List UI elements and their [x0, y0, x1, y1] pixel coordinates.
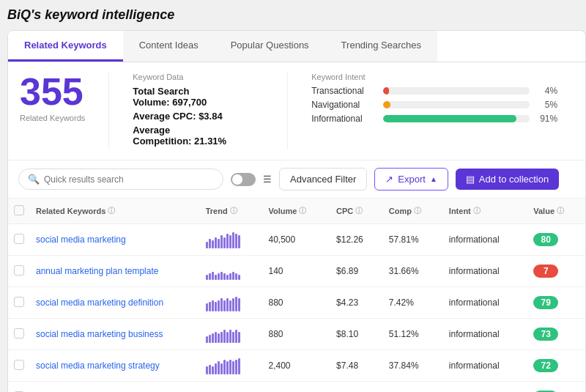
- table-row: social media marketing business880$8.105…: [8, 319, 585, 350]
- trend-cell: [200, 382, 263, 393]
- value-cell: 73: [527, 319, 585, 350]
- col-header-value: Value: [533, 207, 555, 215]
- volume-cell: 140: [263, 256, 331, 287]
- keywords-table: Related Keywords ⓘ Trend ⓘ Volume: [8, 199, 585, 392]
- search-icon: 🔍: [28, 174, 40, 185]
- help-icon-intent: ⓘ: [473, 206, 481, 216]
- keyword-cell: social media marketing definition: [30, 287, 200, 319]
- toggle-switch[interactable]: [231, 173, 256, 186]
- tab-trending-searches[interactable]: Trending Searches: [325, 31, 437, 62]
- comp-cell: 31.66%: [383, 256, 443, 287]
- avg-competition-row: Average Competition: 21.31%: [133, 125, 264, 147]
- comp-cell: 14.17%: [383, 382, 443, 393]
- keyword-cell: social media marketing strategy: [30, 350, 200, 382]
- page-title: BiQ's keyword intelligence: [7, 7, 579, 23]
- trend-cell: [200, 256, 263, 287]
- count-label: Related Keywords: [20, 114, 85, 122]
- filter-icon: ☰: [263, 174, 272, 185]
- count-number: 355: [20, 73, 85, 111]
- search-input[interactable]: [44, 174, 214, 185]
- collection-icon: ▤: [466, 174, 475, 185]
- comp-cell: 37.84%: [383, 350, 443, 382]
- cpc-cell: $7.48: [330, 350, 383, 382]
- select-all-checkbox[interactable]: [14, 205, 24, 215]
- advanced-filter-label: Advanced Filter: [290, 174, 356, 185]
- cpc-cell: $12.26: [330, 224, 383, 256]
- keyword-cell: social media marketing business: [30, 319, 200, 350]
- intent-informational: Informational 91%: [311, 114, 574, 124]
- col-header-volume: Volume: [269, 207, 297, 215]
- table-row: social media marketing definition880$4.2…: [8, 287, 585, 319]
- cpc-cell: $4.23: [330, 287, 383, 319]
- col-header-comp: Comp: [389, 207, 412, 215]
- row-checkbox[interactable]: [14, 328, 24, 339]
- comp-cell: 51.12%: [383, 319, 443, 350]
- row-checkbox[interactable]: [14, 297, 24, 307]
- value-badge: 7: [533, 265, 558, 278]
- volume-cell: 40,500: [263, 224, 331, 256]
- keyword-data-block: Keyword Data Total Search Volume: 697,70…: [133, 73, 264, 149]
- volume-cell: 480: [263, 382, 331, 393]
- cpc-cell: $8.10: [330, 319, 383, 350]
- comp-cell: 7.42%: [383, 287, 443, 319]
- help-icon-volume: ⓘ: [299, 206, 306, 216]
- avg-cpc-row: Average CPC: $3.84: [133, 111, 264, 122]
- value-cell: 74: [527, 382, 585, 393]
- cpc-cell: $6.89: [330, 256, 383, 287]
- volume-cell: 2,400: [263, 350, 331, 382]
- table-row: social media marketing articles480$4.161…: [8, 382, 585, 393]
- row-checkbox[interactable]: [14, 265, 24, 275]
- intent-navigational: Navigational 5%: [311, 100, 574, 110]
- intent-transactional: Transactional 4%: [311, 86, 574, 96]
- value-cell: 7: [527, 256, 585, 287]
- intent-cell: informational: [443, 287, 527, 319]
- export-button[interactable]: ↗ Export ▲: [374, 168, 448, 191]
- keyword-data-title: Keyword Data: [133, 73, 264, 81]
- help-icon-value: ⓘ: [557, 206, 564, 216]
- table-row: social media marketing40,500$12.2657.81%…: [8, 224, 585, 256]
- intent-cell: informational: [443, 256, 527, 287]
- keyword-cell: social media marketing: [30, 224, 200, 256]
- volume-cell: 880: [263, 287, 331, 319]
- tab-bar: Related Keywords Content Ideas Popular Q…: [8, 31, 585, 62]
- value-cell: 80: [527, 224, 585, 256]
- value-cell: 79: [527, 287, 585, 319]
- value-badge: 73: [533, 328, 558, 341]
- tab-popular-questions[interactable]: Popular Questions: [215, 31, 325, 62]
- keyword-intent-title: Keyword Intent: [311, 73, 574, 81]
- row-checkbox[interactable]: [14, 234, 24, 244]
- tab-content-ideas[interactable]: Content Ideas: [123, 31, 215, 62]
- help-icon-keywords: ⓘ: [108, 206, 115, 216]
- value-badge: 72: [533, 359, 558, 372]
- col-header-trend: Trend: [206, 207, 228, 215]
- chevron-up-icon: ▲: [430, 175, 437, 183]
- add-collection-button[interactable]: ▤ Add to collection: [456, 169, 559, 190]
- advanced-filter-button[interactable]: Advanced Filter: [279, 168, 367, 191]
- intent-cell: informational: [443, 382, 527, 393]
- intent-cell: informational: [443, 224, 527, 256]
- export-label: Export: [398, 174, 426, 185]
- total-search-volume-row: Total Search Volume: 697,700: [133, 86, 264, 108]
- trend-cell: [200, 350, 263, 382]
- export-icon: ↗: [385, 174, 393, 185]
- toolbar: 🔍 ☰ Advanced Filter ↗ Export ▲ ▤ Add to …: [8, 160, 585, 199]
- search-box[interactable]: 🔍: [18, 169, 223, 190]
- value-cell: 72: [527, 350, 585, 382]
- row-checkbox[interactable]: [14, 360, 24, 370]
- keyword-cell: social media marketing articles: [30, 382, 200, 393]
- add-collection-label: Add to collection: [479, 174, 549, 185]
- intent-cell: informational: [443, 350, 527, 382]
- col-header-intent: Intent: [449, 207, 471, 215]
- main-card: Related Keywords Content Ideas Popular Q…: [7, 30, 586, 392]
- col-header-related-keywords: Related Keywords: [36, 207, 105, 215]
- table-container: Related Keywords ⓘ Trend ⓘ Volume: [8, 199, 585, 392]
- tab-related-keywords[interactable]: Related Keywords: [8, 31, 123, 62]
- value-badge: 79: [533, 296, 558, 309]
- help-icon-trend: ⓘ: [230, 206, 237, 216]
- keyword-intent-block: Keyword Intent Transactional 4% Navigati…: [311, 73, 574, 127]
- stats-section: 355 Related Keywords Keyword Data Total …: [8, 62, 585, 160]
- value-badge: 80: [533, 233, 558, 246]
- trend-cell: [200, 287, 263, 319]
- trend-cell: [200, 224, 263, 256]
- table-row: social media marketing strategy2,400$7.4…: [8, 350, 585, 382]
